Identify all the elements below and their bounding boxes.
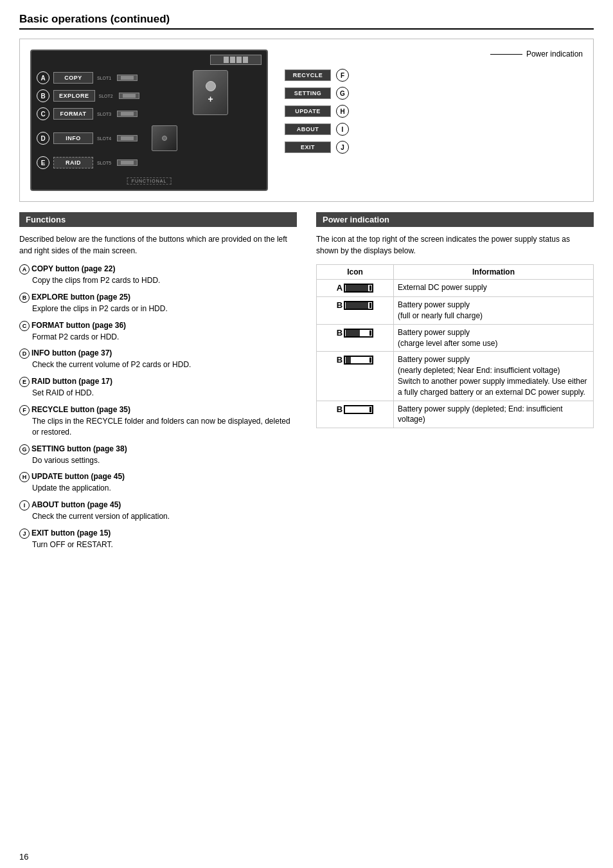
- device-panel: A COPY SLOT1 B EXPLORE SLOT2: [30, 50, 268, 191]
- function-circle-d: D: [19, 348, 30, 359]
- power-indication-section: Power indication The icon at the top rig…: [316, 212, 594, 557]
- icon-letter-b4: B: [337, 354, 342, 366]
- battery-tip2: [369, 303, 371, 308]
- battery-fill-mostly: [346, 330, 360, 336]
- power-icon-2: B: [321, 300, 389, 311]
- function-desc-a: Copy the clips from P2 cards to HDD.: [32, 275, 297, 286]
- btn-recycle: RECYCLE: [285, 69, 331, 81]
- circle-i: I: [336, 123, 349, 136]
- right-row-g: SETTING G: [285, 87, 349, 100]
- function-title-g: G SETTING button (page 38): [19, 444, 297, 455]
- slot3: SLOT3: [97, 111, 138, 117]
- circle-h: H: [336, 105, 349, 118]
- battery-fill-full2: [346, 302, 368, 309]
- battery-body-low: [344, 356, 373, 365]
- right-row-i: ABOUT I: [285, 123, 349, 136]
- function-title-f: F RECYCLE button (page 35): [19, 405, 297, 415]
- table-header-icon: Icon: [317, 265, 394, 280]
- function-item-e: E RAID button (page 17) Set RAID of HDD.: [19, 377, 297, 399]
- function-desc-b: Explore the clips in P2 cards or in HDD.: [32, 303, 297, 314]
- hdd-device: +: [193, 70, 228, 115]
- function-title-a: A COPY button (page 22): [19, 264, 297, 275]
- battery-body-empty: [344, 405, 373, 414]
- icon-letter-b2: B: [337, 300, 342, 311]
- table-header-info: Information: [394, 265, 594, 280]
- icon-letter-a: A: [337, 282, 342, 294]
- battery-tip3: [369, 330, 371, 336]
- function-circle-j: J: [19, 529, 30, 539]
- circle-c: C: [37, 107, 49, 120]
- circle-a: A: [37, 71, 49, 84]
- circle-e: E: [37, 156, 49, 169]
- power-info-4: Battery power supply(nearly depleted; Ne…: [394, 352, 594, 401]
- hdd-led: [162, 136, 167, 141]
- btn-update: UPDATE: [285, 105, 331, 117]
- function-circle-c: C: [19, 321, 30, 331]
- power-indication-label: Power indication: [526, 50, 583, 59]
- function-desc-h: Update the application.: [32, 483, 297, 494]
- function-item-b: B EXPLORE button (page 25) Explore the c…: [19, 293, 297, 314]
- slot4-card: [117, 135, 138, 141]
- hdd-device-2: [152, 125, 177, 151]
- function-item-a: A COPY button (page 22) Copy the clips f…: [19, 264, 297, 286]
- power-row-3: B Battery power supply(charge level afte…: [317, 324, 594, 352]
- power-icon-5: B: [321, 404, 389, 415]
- power-info-1: External DC power supply: [394, 280, 594, 297]
- function-desc-j: Turn OFF or RESTART.: [32, 539, 297, 550]
- page-title: Basic operations (continued): [19, 13, 594, 30]
- function-title-b: B EXPLORE button (page 25): [19, 293, 297, 303]
- function-title-c: C FORMAT button (page 36): [19, 321, 297, 331]
- icon-letter-b3: B: [337, 327, 342, 339]
- function-item-f: F RECYCLE button (page 35) The clips in …: [19, 405, 297, 438]
- circle-d: D: [37, 132, 49, 145]
- circle-j: J: [336, 141, 349, 154]
- battery-fill-low: [346, 357, 351, 363]
- slot2-card: [119, 93, 139, 99]
- circle-b: B: [37, 89, 49, 102]
- right-row-j: EXIT J: [285, 141, 349, 154]
- power-info-5: Battery power supply (depleted; End: ins…: [394, 401, 594, 428]
- power-indication-header: Power indication: [316, 212, 594, 227]
- power-icon-cell-1: A: [317, 280, 394, 297]
- right-buttons-panel: RECYCLE F SETTING G UPDATE H ABOUT I EXI…: [285, 50, 349, 154]
- battery-body-full2: [344, 301, 373, 310]
- power-icon-1: A: [321, 282, 389, 294]
- function-circle-e: E: [19, 377, 30, 387]
- slot1-card: [117, 75, 138, 81]
- btn-copy: COPY: [53, 72, 93, 84]
- function-circle-g: G: [19, 444, 30, 455]
- power-indication-intro: The icon at the top right of the screen …: [316, 233, 594, 257]
- battery-fill-full: [346, 285, 368, 291]
- power-bar: [236, 57, 242, 63]
- battery-body-mostly: [344, 329, 373, 338]
- battery-tip5: [369, 407, 371, 412]
- slot1-label: SLOT1: [97, 76, 115, 80]
- circle-g: G: [336, 87, 349, 100]
- power-icon-4: B: [321, 354, 389, 366]
- function-circle-f: F: [19, 405, 30, 415]
- function-item-j: J EXIT button (page 15) Turn OFF or REST…: [19, 529, 297, 550]
- power-row-5: B Battery power supply (depleted; End: i…: [317, 401, 594, 428]
- power-icon-cell-2: B: [317, 297, 394, 325]
- function-item-h: H UPDATE button (page 45) Update the app…: [19, 472, 297, 494]
- power-icon-cell-3: B: [317, 324, 394, 352]
- slot5-label: SLOT5: [97, 161, 115, 165]
- power-bar: [224, 57, 229, 63]
- device-row-d: D INFO SLOT4: [37, 125, 262, 151]
- battery-body-full: [344, 284, 373, 293]
- power-indicator-top: [210, 55, 262, 65]
- battery-tip4: [369, 357, 371, 363]
- functions-header: Functions: [19, 212, 297, 227]
- function-item-d: D INFO button (page 37) Check the curren…: [19, 348, 297, 370]
- device-row-e: E RAID SLOT5: [37, 156, 262, 169]
- slot4-label: SLOT4: [97, 136, 115, 141]
- slot1: SLOT1: [97, 75, 138, 81]
- function-item-g: G SETTING button (page 38) Do various se…: [19, 444, 297, 466]
- device-rows: A COPY SLOT1 B EXPLORE SLOT2: [37, 71, 262, 169]
- page-number: 16: [19, 852, 28, 862]
- power-bar: [230, 57, 235, 63]
- functional-label: FUNCTIONAL: [127, 177, 172, 185]
- function-title-d: D INFO button (page 37): [19, 348, 297, 359]
- function-desc-g: Do various settings.: [32, 455, 297, 466]
- function-desc-i: Check the current version of application…: [32, 511, 297, 522]
